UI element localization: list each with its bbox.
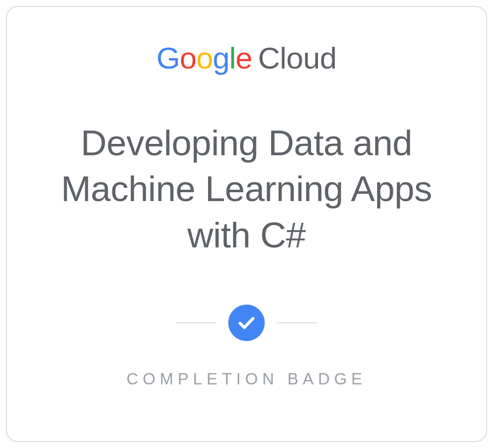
google-letter-e1: e	[236, 41, 252, 75]
google-cloud-logo: Google Cloud	[156, 40, 336, 75]
completion-label: COMPLETION BADGE	[127, 370, 367, 388]
google-letter-l1: l	[229, 41, 236, 75]
checkmark-icon	[228, 305, 265, 341]
google-letter-g2: g	[212, 41, 229, 75]
google-letter-o1: o	[180, 41, 196, 75]
cloud-text: Cloud	[258, 40, 337, 75]
divider-left	[176, 322, 216, 323]
checkmark-section	[176, 305, 317, 341]
google-wordmark: Google	[156, 40, 252, 75]
google-letter-g1: G	[156, 41, 179, 75]
divider-right	[277, 322, 317, 323]
course-title: Developing Data and Machine Learning App…	[36, 120, 457, 258]
badge-card: Google Cloud Developing Data and Machine…	[6, 6, 487, 442]
google-letter-o2: o	[196, 41, 212, 75]
